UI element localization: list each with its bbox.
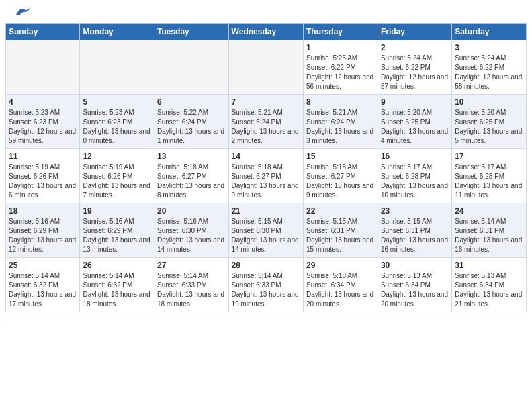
calendar-table: SundayMondayTuesdayWednesdayThursdayFrid… bbox=[5, 23, 527, 312]
calendar-day-cell: 19 Sunrise: 5:16 AMSunset: 6:29 PMDaylig… bbox=[80, 203, 154, 258]
day-info: Sunrise: 5:24 AMSunset: 6:22 PMDaylight:… bbox=[381, 54, 448, 90]
day-info: Sunrise: 5:22 AMSunset: 6:24 PMDaylight:… bbox=[157, 109, 224, 144]
day-number: 21 bbox=[232, 206, 300, 216]
day-number: 10 bbox=[455, 97, 523, 107]
weekday-header: Thursday bbox=[304, 24, 378, 40]
calendar-wrapper: SundayMondayTuesdayWednesdayThursdayFrid… bbox=[0, 23, 532, 318]
calendar-day-cell: 24 Sunrise: 5:14 AMSunset: 6:31 PMDaylig… bbox=[452, 203, 527, 258]
day-number: 16 bbox=[381, 152, 449, 161]
day-info: Sunrise: 5:18 AMSunset: 6:27 PMDaylight:… bbox=[157, 163, 224, 199]
day-number: 9 bbox=[381, 97, 449, 107]
calendar-day-cell: 7 Sunrise: 5:21 AMSunset: 6:24 PMDayligh… bbox=[228, 95, 303, 149]
calendar-header-row: SundayMondayTuesdayWednesdayThursdayFrid… bbox=[6, 24, 527, 40]
calendar-day-cell: 6 Sunrise: 5:22 AMSunset: 6:24 PMDayligh… bbox=[154, 95, 228, 149]
day-info: Sunrise: 5:23 AMSunset: 6:23 PMDaylight:… bbox=[9, 109, 76, 144]
day-info: Sunrise: 5:14 AMSunset: 6:32 PMDaylight:… bbox=[9, 272, 76, 308]
calendar-day-cell: 3 Sunrise: 5:24 AMSunset: 6:22 PMDayligh… bbox=[452, 40, 527, 95]
day-info: Sunrise: 5:24 AMSunset: 6:22 PMDaylight:… bbox=[455, 54, 522, 90]
day-info: Sunrise: 5:13 AMSunset: 6:34 PMDaylight:… bbox=[455, 272, 522, 308]
calendar-day-cell: 14 Sunrise: 5:18 AMSunset: 6:27 PMDaylig… bbox=[228, 149, 303, 203]
calendar-day-cell: 22 Sunrise: 5:15 AMSunset: 6:31 PMDaylig… bbox=[304, 203, 378, 258]
calendar-day-cell: 9 Sunrise: 5:20 AMSunset: 6:25 PMDayligh… bbox=[378, 95, 451, 149]
day-info: Sunrise: 5:17 AMSunset: 6:28 PMDaylight:… bbox=[381, 163, 448, 199]
day-number: 20 bbox=[157, 206, 226, 216]
day-number: 12 bbox=[83, 152, 151, 161]
day-number: 19 bbox=[83, 206, 151, 216]
weekday-header: Monday bbox=[80, 24, 154, 40]
day-info: Sunrise: 5:17 AMSunset: 6:28 PMDaylight:… bbox=[455, 163, 522, 199]
calendar-day-cell bbox=[6, 40, 80, 95]
logo-bird-icon bbox=[15, 5, 34, 17]
day-info: Sunrise: 5:18 AMSunset: 6:27 PMDaylight:… bbox=[232, 163, 299, 199]
calendar-day-cell: 8 Sunrise: 5:21 AMSunset: 6:24 PMDayligh… bbox=[304, 95, 378, 149]
calendar-week-row: 11 Sunrise: 5:19 AMSunset: 6:26 PMDaylig… bbox=[6, 149, 527, 203]
day-info: Sunrise: 5:16 AMSunset: 6:29 PMDaylight:… bbox=[9, 218, 76, 253]
calendar-day-cell: 27 Sunrise: 5:14 AMSunset: 6:33 PMDaylig… bbox=[154, 258, 228, 312]
calendar-day-cell: 4 Sunrise: 5:23 AMSunset: 6:23 PMDayligh… bbox=[6, 95, 80, 149]
day-number: 3 bbox=[455, 43, 523, 52]
day-number: 2 bbox=[381, 43, 449, 52]
calendar-day-cell bbox=[228, 40, 303, 95]
logo bbox=[13, 11, 34, 17]
day-info: Sunrise: 5:23 AMSunset: 6:23 PMDaylight:… bbox=[83, 109, 150, 144]
day-info: Sunrise: 5:25 AMSunset: 6:22 PMDaylight:… bbox=[306, 54, 373, 90]
calendar-day-cell: 18 Sunrise: 5:16 AMSunset: 6:29 PMDaylig… bbox=[6, 203, 80, 258]
day-number: 11 bbox=[9, 152, 77, 161]
day-number: 13 bbox=[157, 152, 226, 161]
calendar-day-cell: 26 Sunrise: 5:14 AMSunset: 6:32 PMDaylig… bbox=[80, 258, 154, 312]
day-info: Sunrise: 5:19 AMSunset: 6:26 PMDaylight:… bbox=[9, 163, 76, 199]
day-number: 15 bbox=[306, 152, 375, 161]
day-info: Sunrise: 5:14 AMSunset: 6:33 PMDaylight:… bbox=[157, 272, 224, 308]
calendar-day-cell: 21 Sunrise: 5:15 AMSunset: 6:30 PMDaylig… bbox=[228, 203, 303, 258]
day-info: Sunrise: 5:13 AMSunset: 6:34 PMDaylight:… bbox=[381, 272, 448, 308]
day-info: Sunrise: 5:13 AMSunset: 6:34 PMDaylight:… bbox=[306, 272, 373, 308]
day-number: 24 bbox=[455, 206, 523, 216]
day-number: 27 bbox=[157, 261, 226, 270]
day-info: Sunrise: 5:19 AMSunset: 6:26 PMDaylight:… bbox=[83, 163, 150, 199]
calendar-day-cell: 23 Sunrise: 5:15 AMSunset: 6:31 PMDaylig… bbox=[378, 203, 451, 258]
calendar-day-cell: 10 Sunrise: 5:20 AMSunset: 6:25 PMDaylig… bbox=[452, 95, 527, 149]
calendar-day-cell: 20 Sunrise: 5:16 AMSunset: 6:30 PMDaylig… bbox=[154, 203, 228, 258]
day-info: Sunrise: 5:14 AMSunset: 6:32 PMDaylight:… bbox=[83, 272, 150, 308]
calendar-day-cell: 31 Sunrise: 5:13 AMSunset: 6:34 PMDaylig… bbox=[452, 258, 527, 312]
calendar-day-cell: 29 Sunrise: 5:13 AMSunset: 6:34 PMDaylig… bbox=[304, 258, 378, 312]
calendar-week-row: 25 Sunrise: 5:14 AMSunset: 6:32 PMDaylig… bbox=[6, 258, 527, 312]
day-info: Sunrise: 5:20 AMSunset: 6:25 PMDaylight:… bbox=[455, 109, 522, 144]
calendar-day-cell: 30 Sunrise: 5:13 AMSunset: 6:34 PMDaylig… bbox=[378, 258, 451, 312]
day-info: Sunrise: 5:15 AMSunset: 6:31 PMDaylight:… bbox=[381, 218, 448, 253]
calendar-week-row: 1 Sunrise: 5:25 AMSunset: 6:22 PMDayligh… bbox=[6, 40, 527, 95]
day-info: Sunrise: 5:14 AMSunset: 6:31 PMDaylight:… bbox=[455, 218, 522, 253]
day-number: 28 bbox=[232, 261, 300, 270]
day-info: Sunrise: 5:20 AMSunset: 6:25 PMDaylight:… bbox=[381, 109, 448, 144]
calendar-day-cell bbox=[80, 40, 154, 95]
day-number: 5 bbox=[83, 97, 151, 107]
day-info: Sunrise: 5:14 AMSunset: 6:33 PMDaylight:… bbox=[232, 272, 299, 308]
day-number: 4 bbox=[9, 97, 77, 107]
calendar-day-cell: 15 Sunrise: 5:18 AMSunset: 6:27 PMDaylig… bbox=[304, 149, 378, 203]
day-number: 18 bbox=[9, 206, 77, 216]
day-number: 17 bbox=[455, 152, 523, 161]
calendar-day-cell: 11 Sunrise: 5:19 AMSunset: 6:26 PMDaylig… bbox=[6, 149, 80, 203]
weekday-header: Friday bbox=[378, 24, 451, 40]
day-number: 1 bbox=[306, 43, 375, 52]
day-number: 8 bbox=[306, 97, 375, 107]
page-header bbox=[0, 0, 532, 23]
day-number: 31 bbox=[455, 261, 523, 270]
calendar-day-cell: 13 Sunrise: 5:18 AMSunset: 6:27 PMDaylig… bbox=[154, 149, 228, 203]
weekday-header: Tuesday bbox=[154, 24, 228, 40]
day-number: 30 bbox=[381, 261, 449, 270]
weekday-header: Saturday bbox=[452, 24, 527, 40]
calendar-day-cell: 28 Sunrise: 5:14 AMSunset: 6:33 PMDaylig… bbox=[228, 258, 303, 312]
calendar-day-cell: 1 Sunrise: 5:25 AMSunset: 6:22 PMDayligh… bbox=[304, 40, 378, 95]
calendar-week-row: 4 Sunrise: 5:23 AMSunset: 6:23 PMDayligh… bbox=[6, 95, 527, 149]
day-number: 23 bbox=[381, 206, 449, 216]
day-number: 14 bbox=[232, 152, 300, 161]
calendar-week-row: 18 Sunrise: 5:16 AMSunset: 6:29 PMDaylig… bbox=[6, 203, 527, 258]
day-info: Sunrise: 5:15 AMSunset: 6:31 PMDaylight:… bbox=[306, 218, 373, 253]
day-number: 7 bbox=[232, 97, 300, 107]
calendar-day-cell: 25 Sunrise: 5:14 AMSunset: 6:32 PMDaylig… bbox=[6, 258, 80, 312]
calendar-day-cell: 2 Sunrise: 5:24 AMSunset: 6:22 PMDayligh… bbox=[378, 40, 451, 95]
day-number: 29 bbox=[306, 261, 375, 270]
calendar-day-cell: 17 Sunrise: 5:17 AMSunset: 6:28 PMDaylig… bbox=[452, 149, 527, 203]
calendar-day-cell: 5 Sunrise: 5:23 AMSunset: 6:23 PMDayligh… bbox=[80, 95, 154, 149]
